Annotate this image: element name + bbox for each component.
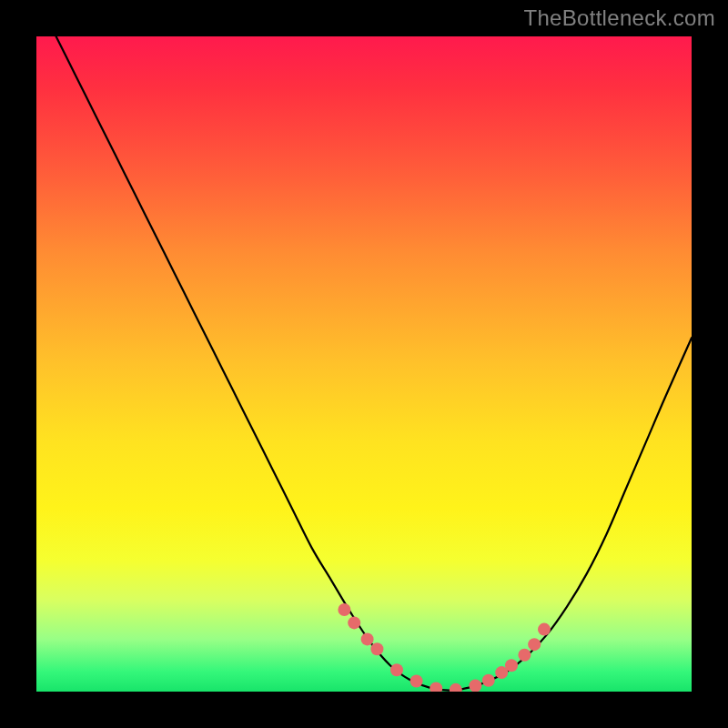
marker-point	[348, 616, 360, 629]
marker-point	[518, 649, 531, 662]
chart-frame: TheBottleneck.com	[0, 0, 728, 728]
bottleneck-curve	[36, 36, 692, 691]
marker-point	[410, 674, 423, 687]
marker-point	[338, 603, 350, 616]
marker-point	[482, 674, 495, 687]
data-markers	[338, 603, 551, 692]
marker-point	[469, 680, 481, 692]
plot-area	[36, 36, 692, 692]
curve-layer	[36, 36, 692, 692]
marker-point	[450, 683, 462, 692]
marker-point	[361, 632, 374, 645]
marker-point	[390, 663, 403, 676]
marker-point	[430, 682, 442, 692]
marker-point	[528, 638, 541, 651]
marker-point	[505, 659, 518, 672]
marker-point	[538, 623, 551, 636]
marker-point	[370, 642, 383, 655]
watermark: TheBottleneck.com	[523, 5, 715, 31]
